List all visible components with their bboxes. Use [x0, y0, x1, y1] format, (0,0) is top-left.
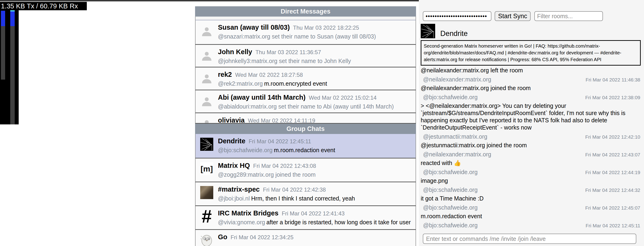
matrix-logo-avatar: [m]	[200, 162, 213, 175]
message: @bjo:schafweide.orgFri Mar 04 2022 12:38…	[421, 94, 641, 131]
direct-messages-header: Direct Messages	[195, 6, 416, 16]
room-last-sender: @snazari:matrix.org set their name to Su…	[218, 33, 376, 40]
person-silhouette-icon	[200, 117, 213, 124]
message-timestamp: Fri Mar 04 2022 11:46:38	[586, 77, 641, 82]
person-silhouette-icon	[200, 71, 213, 84]
room-row-matrix-hq[interactable]: [m] Matrix HQFri Mar 04 2022 12:43:08 @z…	[195, 158, 416, 182]
room-timestamp: Wed Mar 02 2022 15:02:14	[309, 94, 376, 101]
message-sender: @bjo:schafweide.org	[421, 169, 478, 176]
room-name: #matrix-spec	[218, 186, 260, 193]
room-timestamp: Fri Mar 04 2022 12:42:38	[263, 186, 326, 193]
message-body: reacted with 👍	[421, 160, 641, 167]
message-body: @neilalexander:matrix.org left the room	[421, 67, 641, 74]
room-row-matrix-spec[interactable]: #matrix-specFri Mar 04 2022 12:42:38 @jb…	[195, 182, 416, 206]
message-timestamp: Fri Mar 04 2022 12:45:07	[585, 205, 641, 211]
network-stats: 1.35 KB Tx / 60.79 KB Rx	[0, 2, 87, 10]
room-name: Abi (away until 14th March)	[218, 94, 306, 101]
photo-avatar	[200, 186, 213, 199]
room-timestamp: Thu Mar 03 2022 18:22:25	[293, 24, 359, 31]
message-sender: @jestunmactii:matrix.org	[421, 133, 487, 140]
sync-toolbar: Start Sync	[419, 11, 644, 21]
person-silhouette-icon	[200, 48, 213, 62]
message-timestamp: Fri Mar 04 2022 12:45:11	[586, 223, 641, 228]
message: @bjo:schafweide.orgFri Mar 04 2022 12:44…	[421, 186, 641, 202]
message: @bjo:schafweide.orgFri Mar 04 2022 12:45…	[421, 204, 641, 220]
message-timestamp: Fri Mar 04 2022 12:43:07	[585, 152, 641, 158]
message-timestamp: Fri Mar 04 2022 12:44:32	[585, 188, 641, 193]
room-row-irc-bridges[interactable]: # IRC Matrix BridgesFri Mar 04 2022 12:4…	[195, 206, 416, 230]
message-timeline: @neilalexander:matrix.orgFri Mar 04 2022…	[421, 58, 641, 231]
traffic-bar-tx-gray	[1, 26, 5, 80]
room-snippet: Hrm, then I think I stand corrected, yea…	[251, 195, 355, 202]
message: @bjo:schafweide.orgFri Mar 04 2022 12:44…	[421, 169, 641, 184]
person-silhouette-icon	[200, 24, 213, 37]
chat-panel: Start Sync Dendrite Second-generation Ma…	[419, 0, 644, 246]
room-timestamp: Fri Mar 04 2022 12:43:08	[253, 163, 316, 169]
room-row-john-kelly[interactable]: John KellyThu Mar 03 2022 11:36:57 @john…	[195, 45, 416, 68]
message-sender: @bjo:schafweide.org	[421, 94, 478, 100]
clipped-room-row	[195, 16, 416, 20]
room-last-sender: @jboi:jboi.nl	[218, 195, 250, 202]
message-sender: @bjo:schafweide.org	[421, 222, 478, 229]
room-timestamp: Thu Mar 03 2022 11:36:57	[256, 49, 321, 56]
hash-symbol-avatar: #	[200, 210, 213, 223]
message-composer-input[interactable]	[423, 234, 636, 244]
traffic-bar-tx-blue	[1, 11, 5, 26]
message-timestamp: Fri Mar 04 2022 12:44:19	[585, 170, 641, 175]
room-row-dendrite[interactable]: DendriteFri Mar 04 2022 12:45:11 @bjo:sc…	[195, 134, 416, 158]
room-snippet: m.room.encrypted event	[264, 80, 327, 87]
room-timestamp: Wed Mar 02 2022 14:11:19	[248, 118, 315, 124]
room-name: Susan (away till 08/03)	[218, 24, 290, 31]
message: @neilalexander:matrix.orgFri Mar 04 2022…	[421, 76, 641, 92]
message-body: image.png	[421, 177, 641, 184]
room-name: John Kelly	[218, 48, 252, 56]
room-last-sender: @zogg289:matrix.org joined the room	[218, 171, 316, 178]
message-body: @jestunmactii:matrix.org joined the room	[421, 142, 641, 149]
message-sender: @bjo:schafweide.org	[421, 204, 478, 211]
message: @jestunmactii:matrix.orgFri Mar 04 2022 …	[421, 133, 641, 149]
traffic-graph	[0, 10, 19, 124]
room-row-abi[interactable]: Abi (away until 14th March)Wed Mar 02 20…	[195, 90, 416, 113]
room-topic: Second-generation Matrix homeserver writ…	[421, 40, 641, 66]
start-sync-button[interactable]: Start Sync	[495, 11, 530, 21]
room-row-go[interactable]: GoFri Mar 04 2022 12:34:25	[195, 230, 416, 246]
room-timestamp: Fri Mar 04 2022 12:34:25	[230, 234, 294, 241]
dendrite-room-avatar-large	[421, 24, 435, 38]
message-body: it got a Time Machine :D	[421, 195, 641, 202]
message-timestamp: Fri Mar 04 2022 12:38:09	[585, 95, 641, 100]
room-last-sender: @abialdouri:matrix.org set their name to…	[218, 103, 394, 110]
room-snippet: m.room.redaction event	[274, 147, 335, 153]
person-silhouette-icon	[200, 94, 213, 107]
filter-rooms-input[interactable]	[534, 11, 603, 21]
message-sender: @bjo:schafweide.org	[421, 186, 478, 193]
traffic-bar-rx-blue	[10, 12, 15, 26]
room-timestamp: Fri Mar 04 2022 12:41:43	[282, 210, 345, 217]
room-last-sender: @vivia:gnome.org	[218, 219, 265, 226]
room-name: Matrix HQ	[218, 162, 250, 170]
room-row-rek2[interactable]: rek2Wed Mar 02 2022 18:27:58 @rek2:matri…	[195, 68, 416, 90]
traffic-bar-rx-gray	[10, 26, 15, 124]
room-row-susan[interactable]: Susan (away till 08/03)Thu Mar 03 2022 1…	[195, 20, 416, 45]
room-header: Dendrite	[421, 23, 468, 38]
room-name: Dendrite	[218, 137, 246, 145]
room-last-sender: @bjo:schafweide.org	[218, 147, 272, 153]
message-sender: @neilalexander:matrix.org	[421, 76, 491, 83]
room-row-oliviavia[interactable]: oliviaviaWed Mar 02 2022 14:11:19	[195, 113, 416, 124]
room-last-sender: @johnkelly3:matrix.org set their name to…	[218, 58, 351, 64]
message-timestamp: Fri Mar 04 2022 12:42:10	[585, 134, 641, 140]
room-timestamp: Wed Mar 02 2022 18:27:58	[235, 72, 303, 78]
message-sender: @neilalexander:matrix.org	[421, 151, 491, 158]
rooms-column: Direct Messages Susan (away till 08/03)T…	[195, 6, 416, 246]
room-last-sender: @rek2:matrix.org	[218, 80, 263, 87]
room-name: Go	[218, 233, 227, 241]
message: @neilalexander:matrix.orgFri Mar 04 2022…	[421, 151, 641, 167]
room-timestamp: Fri Mar 04 2022 12:45:11	[249, 138, 311, 145]
room-snippet: after a bridge is restarted, how long do…	[266, 219, 411, 226]
password-input[interactable]	[423, 11, 492, 21]
room-name: IRC Matrix Bridges	[218, 209, 278, 217]
room-title: Dendrite	[440, 30, 468, 38]
room-name: oliviavia	[218, 116, 244, 124]
message-body: @neilalexander:matrix.org joined the roo…	[421, 84, 641, 92]
gopher-avatar	[200, 234, 213, 246]
dendrite-room-avatar	[200, 138, 213, 151]
